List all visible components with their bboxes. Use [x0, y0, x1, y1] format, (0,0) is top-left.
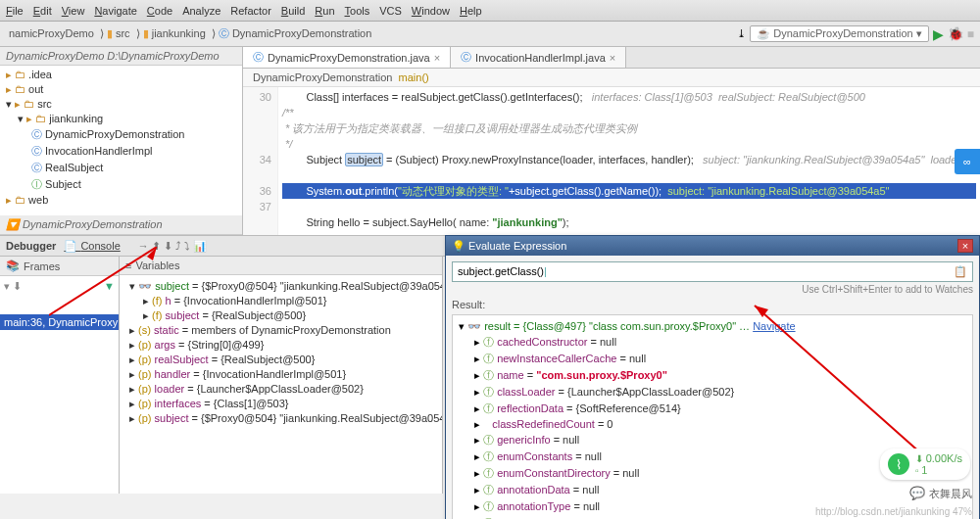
tree-node-realsubject[interactable]: Ⓒ RealSubject [4, 160, 242, 176]
console-tab[interactable]: 📄 Console [64, 240, 120, 253]
menu-analyze[interactable]: Analyze [182, 5, 220, 17]
menu-edit[interactable]: Edit [33, 5, 52, 17]
build-icon[interactable]: ⤓ [737, 27, 746, 40]
menu-refactor[interactable]: Refactor [230, 5, 271, 17]
variable-row[interactable]: ▸ (p) handler = {InvocationHandlerImpl@5… [123, 367, 438, 382]
close-tab-icon[interactable]: × [434, 52, 440, 64]
result-row[interactable]: ▾ 👓 result = {Class@497} "class com.sun.… [457, 319, 968, 334]
variable-row[interactable]: ▾ 👓 subject = {$Proxy0@504} "jiankunking… [123, 279, 438, 294]
result-row[interactable]: ▸ ⓕ cachedConstructor = null [457, 334, 968, 351]
tree-node-dynamicproxydemonstration[interactable]: Ⓒ DynamicProxyDemonstration [4, 126, 242, 143]
menu-vcs[interactable]: VCS [379, 5, 402, 17]
tree-node-out[interactable]: ▸ 🗀 out [4, 82, 242, 97]
editor-tab[interactable]: Ⓒ InvocationHandlerImpl.java × [451, 47, 626, 68]
tree-node-.idea[interactable]: ▸ 🗀 .idea [4, 68, 242, 82]
menu-run[interactable]: Run [315, 5, 334, 17]
debugger-tab[interactable]: Debugger [6, 240, 56, 252]
structure-tab[interactable]: 🔽 DynamicProxyDemonstration [0, 215, 242, 235]
variable-row[interactable]: ▸ (f) subject = {RealSubject@500} [123, 308, 438, 323]
crumb-class[interactable]: DynamicProxyDemonstration [232, 27, 371, 39]
result-tree[interactable]: ▾ 👓 result = {Class@497} "class com.sun.… [452, 314, 973, 519]
close-tab-icon[interactable]: × [610, 52, 615, 64]
editor: Ⓒ DynamicProxyDemonstration.java ×Ⓒ Invo… [243, 47, 980, 235]
menu-window[interactable]: Window [412, 5, 450, 17]
menu-code[interactable]: Code [147, 5, 172, 17]
variable-row[interactable]: ▸ (s) static = members of DynamicProxyDe… [123, 323, 438, 338]
menu-view[interactable]: View [62, 5, 85, 17]
tree-node-web[interactable]: ▸ 🗀 web [4, 193, 242, 208]
float-toolbox-icon[interactable]: ∞ [955, 149, 980, 174]
project-tool-window: DynamicProxyDemo D:\DynamicProxyDemo ▸ 🗀… [0, 47, 243, 235]
editor-tabs: Ⓒ DynamicProxyDemonstration.java ×Ⓒ Invo… [243, 47, 980, 69]
debug-button[interactable]: 🐞 [948, 26, 963, 41]
gutter[interactable]: 30343637 [243, 87, 278, 235]
variable-row[interactable]: ▸ (p) args = {String[0]@499} [123, 338, 438, 353]
expression-input[interactable]: subject.getClass()| 📋 [452, 261, 973, 282]
tree-node-invocationhandlerimpl[interactable]: Ⓒ InvocationHandlerImpl [4, 143, 242, 160]
debug-toolbar-icons[interactable]: → ⬆ ⬇ ⤴ ⤵ 📊 [138, 240, 207, 253]
menu-build[interactable]: Build [281, 5, 305, 17]
nav-toolbar: namicProxyDemo ⟩ ▮src ⟩ ▮jiankunking ⟩ Ⓒ… [0, 22, 980, 47]
variable-row[interactable]: ▸ (f) h = {InvocationHandlerImpl@501} [123, 294, 438, 308]
menu-help[interactable]: Help [460, 5, 482, 17]
run-button[interactable]: ▶ [933, 26, 944, 42]
editor-breadcrumb: DynamicProxyDemonstration main() [243, 69, 980, 87]
menu-navigate[interactable]: Navigate [94, 5, 136, 17]
result-row[interactable]: ▸ classRedefinedCount = 0 [457, 417, 968, 432]
frame-selected[interactable]: main:36, DynamicProxy… [0, 314, 119, 330]
result-row[interactable]: ▸ ⓕ annotationData = null [457, 482, 968, 498]
project-panel-header: DynamicProxyDemo D:\DynamicProxyDemo [0, 47, 242, 66]
result-row[interactable]: ▸ ⓕ classLoader = {Launcher$AppClassLoad… [457, 384, 968, 401]
menu-file[interactable]: File [6, 5, 24, 17]
watermark-url: http://blog.csdn.net/jiankunking 47% [815, 506, 972, 517]
variable-row[interactable]: ▸ (p) subject = {$Proxy0@504} "jiankunki… [123, 411, 438, 426]
variable-row[interactable]: ▸ (p) interfaces = {Class[1]@503} [123, 397, 438, 411]
tree-node-jiankunking[interactable]: ▾ ▸ 🗀 jiankunking [4, 112, 242, 126]
close-icon[interactable]: × [957, 239, 973, 253]
editor-tab[interactable]: Ⓒ DynamicProxyDemonstration.java × [243, 47, 451, 68]
evaluate-title-bar[interactable]: 💡 Evaluate Expression × [446, 236, 979, 256]
project-tree[interactable]: ▸ 🗀 .idea▸ 🗀 out▾ ▸ 🗀 src▾ ▸ 🗀 jiankunki… [0, 66, 242, 210]
frames-header: 📚 Frames [0, 257, 119, 276]
result-row[interactable]: ▸ ⓕ reflectionData = {SoftReference@514} [457, 401, 968, 417]
result-label: Result: [452, 299, 973, 310]
result-row[interactable]: ▸ ⓕ newInstanceCallerCache = null [457, 351, 968, 367]
wifi-icon: ⌇ [888, 453, 909, 475]
result-row[interactable]: ▸ ⓕ genericInfo = null [457, 432, 968, 448]
tree-node-subject[interactable]: Ⓘ Subject [4, 176, 242, 193]
crumb-pkg[interactable]: jiankunking [152, 27, 206, 39]
variables-header: ≡ Variables [120, 257, 442, 275]
evaluate-hint: Use Ctrl+Shift+Enter to add to Watches [452, 284, 973, 295]
variable-row[interactable]: ▸ (p) loader = {Launcher$AppClassLoader@… [123, 382, 438, 397]
run-config-selector[interactable]: ☕ DynamicProxyDemonstration ▾ [750, 25, 929, 42]
breadcrumb: namicProxyDemo ⟩ ▮src ⟩ ▮jiankunking ⟩ Ⓒ… [6, 26, 374, 41]
watermark: 💬 衣舞晨风 [909, 486, 972, 501]
frames-panel: 📚 Frames ▾ ⬇ ▼ main:36, DynamicProxy… [0, 257, 120, 494]
code-area[interactable]: Class[] interfaces = realSubject.getClas… [278, 87, 980, 235]
crumb-project[interactable]: namicProxyDemo [9, 27, 94, 39]
menu-tools[interactable]: Tools [345, 5, 370, 17]
variable-row[interactable]: ▸ (p) realSubject = {RealSubject@500} [123, 353, 438, 367]
variables-panel: ≡ Variables ▾ 👓 subject = {$Proxy0@504} … [120, 257, 443, 494]
result-row[interactable]: ▸ ⓕ name = "com.sun.proxy.$Proxy0" [457, 367, 968, 384]
stop-button[interactable]: ■ [967, 27, 974, 41]
crumb-src[interactable]: src [116, 27, 130, 39]
menu-bar: FileEditViewNavigateCodeAnalyzeRefactorB… [0, 0, 980, 22]
network-badge: ⌇ ⬇ 0.00K/s▫ 1 [880, 448, 970, 480]
tree-node-src[interactable]: ▾ ▸ 🗀 src [4, 97, 242, 112]
